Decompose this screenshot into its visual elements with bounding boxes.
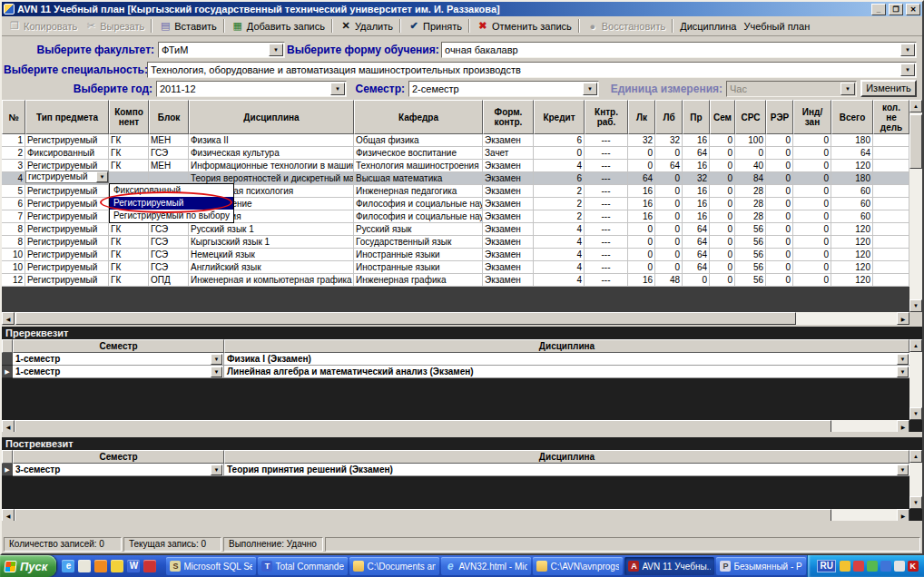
taskbar-task[interactable]: Total Commander ... bbox=[258, 557, 348, 575]
dropdown-option[interactable]: Регистрируемый bbox=[110, 197, 233, 210]
column-header[interactable]: Кнтр. раб. bbox=[585, 100, 628, 134]
chevron-down-icon[interactable]: ▼ bbox=[211, 354, 222, 365]
vertical-scrollbar[interactable] bbox=[909, 339, 922, 420]
chevron-down-icon[interactable]: ▼ bbox=[897, 367, 909, 377]
discipline-column-header[interactable]: Дисциплина bbox=[224, 450, 909, 464]
vertical-scrollbar[interactable] bbox=[909, 450, 922, 509]
discipline-cell[interactable]: Теория принятия решений (Экзамен)▼ bbox=[224, 464, 909, 476]
table-row[interactable]: ▶3-семестр▼Теория принятия решений (Экза… bbox=[2, 464, 922, 476]
column-header[interactable]: Компо нент bbox=[109, 100, 149, 134]
ie-icon[interactable]: e bbox=[62, 560, 74, 572]
semester-column-header[interactable]: Семестр bbox=[13, 450, 224, 464]
year-select[interactable]: 2011-12 bbox=[156, 81, 347, 97]
tray-icon-6[interactable]: K bbox=[908, 561, 919, 572]
taskbar-task[interactable]: AVN 11 Учебны... bbox=[624, 557, 714, 575]
column-header[interactable]: № bbox=[2, 100, 25, 134]
tray-icon-4[interactable] bbox=[880, 561, 891, 572]
table-row[interactable]: 1РегистрируемыйГКМЕНФизика IIОбщая физик… bbox=[2, 134, 909, 147]
scroll-up-icon[interactable] bbox=[909, 450, 922, 463]
table-row[interactable]: 1-семестр▼Физика I (Экзамен)▼ bbox=[2, 353, 922, 366]
chevron-down-icon[interactable] bbox=[96, 171, 108, 182]
desktop-icon[interactable] bbox=[78, 560, 91, 572]
semester-select[interactable]: 2-семестр bbox=[408, 81, 599, 97]
media-player-icon[interactable] bbox=[94, 560, 107, 572]
discipline-cell[interactable]: Физика I (Экзамен)▼ bbox=[224, 353, 909, 366]
horizontal-scrollbar[interactable] bbox=[2, 420, 909, 432]
semester-cell[interactable]: 1-семестр▼ bbox=[13, 366, 224, 378]
table-row[interactable]: 2ФиксированныйГКГСЭФизическая культураФи… bbox=[2, 147, 909, 160]
semester-cell[interactable]: 1-семестр▼ bbox=[13, 353, 224, 366]
taskbar-task[interactable]: AVN32.html - Micr... bbox=[441, 557, 531, 575]
semester-cell[interactable]: 3-семестр▼ bbox=[13, 464, 224, 476]
chevron-down-icon[interactable]: ▼ bbox=[211, 367, 222, 377]
specialty-select[interactable]: Технология, оборудование и автоматизация… bbox=[147, 62, 917, 78]
column-header[interactable]: Тип предмета bbox=[25, 100, 109, 134]
chevron-down-icon[interactable]: ▼ bbox=[211, 465, 222, 475]
toolbar-button[interactable]: Принять bbox=[404, 18, 466, 34]
minimize-button[interactable]: _ bbox=[871, 4, 886, 15]
chevron-down-icon[interactable] bbox=[900, 64, 915, 76]
taskbar-task[interactable]: C:\Documents an... bbox=[349, 557, 439, 575]
column-header[interactable]: РЭР bbox=[766, 100, 793, 134]
scroll-right-icon[interactable] bbox=[897, 312, 909, 325]
toolbar-button[interactable]: Учебный план bbox=[740, 18, 813, 34]
close-button[interactable]: ✕ bbox=[906, 4, 920, 15]
column-header[interactable]: Инд/ зан bbox=[793, 100, 831, 134]
column-header[interactable]: СРС bbox=[735, 100, 766, 134]
taskbar-task[interactable]: Безымянный - Paint bbox=[716, 557, 806, 575]
column-header[interactable]: кол. не дель bbox=[873, 100, 909, 134]
horizontal-scrollbar[interactable] bbox=[2, 312, 909, 325]
word-icon[interactable]: W bbox=[127, 560, 140, 572]
column-header[interactable]: Форм. контр. bbox=[483, 100, 534, 134]
app-red-icon[interactable] bbox=[143, 560, 156, 572]
table-row[interactable]: 3РегистрируемыйГКМЕНИнформационные техно… bbox=[2, 160, 909, 172]
tray-icon-1[interactable] bbox=[840, 561, 850, 572]
table-row[interactable]: 10РегистрируемыйГКГСЭНемецкий языкИностр… bbox=[2, 249, 909, 261]
type-editor-combobox[interactable]: гистрируемый bbox=[25, 171, 109, 183]
table-row[interactable]: 12РегистрируемыйГКОПДИнженерная и компью… bbox=[2, 274, 909, 287]
scrollbar-thumb[interactable] bbox=[15, 509, 831, 521]
column-header[interactable]: Всего bbox=[831, 100, 873, 134]
discipline-column-header[interactable]: Дисциплина bbox=[224, 339, 909, 353]
chevron-down-icon[interactable] bbox=[330, 83, 345, 95]
horizontal-scrollbar[interactable] bbox=[2, 509, 909, 521]
scroll-left-icon[interactable] bbox=[2, 420, 15, 432]
column-header[interactable]: Пр bbox=[683, 100, 710, 134]
language-indicator[interactable]: RU bbox=[817, 560, 835, 572]
chevron-down-icon[interactable] bbox=[900, 44, 915, 56]
semester-column-header[interactable]: Семестр bbox=[13, 339, 224, 353]
title-bar[interactable]: AVN 11 Учебный план [Кыргызский государс… bbox=[2, 2, 922, 16]
taskbar-task[interactable]: C:\AVN\avnprogs bbox=[533, 557, 623, 575]
vertical-scrollbar[interactable] bbox=[909, 100, 922, 312]
toolbar-button[interactable]: Дисциплина bbox=[676, 18, 740, 34]
column-header[interactable]: Лб bbox=[655, 100, 683, 134]
start-button[interactable]: Пуск bbox=[0, 555, 56, 577]
toolbar-button[interactable]: Отменить запись bbox=[473, 18, 575, 34]
table-row[interactable]: 8РегистрируемыйГКГСЭРусский язык 1Русски… bbox=[2, 223, 909, 236]
toolbar-button[interactable]: Удалить bbox=[336, 18, 397, 34]
column-header[interactable]: Кафедра bbox=[354, 100, 483, 134]
table-row[interactable]: 8РегистрируемыйГКГСЭКыргызский язык 1Гос… bbox=[2, 236, 909, 249]
tray-icon-5[interactable] bbox=[894, 561, 905, 572]
scrollbar-thumb[interactable] bbox=[909, 114, 922, 169]
chevron-down-icon[interactable]: ▼ bbox=[897, 354, 909, 365]
mail-icon[interactable] bbox=[111, 560, 123, 572]
discipline-cell[interactable]: Линейная алгебра и математический анализ… bbox=[224, 366, 909, 378]
edu-form-select[interactable]: очная бакалавр bbox=[441, 42, 917, 58]
chevron-down-icon[interactable]: ▼ bbox=[897, 465, 909, 475]
dropdown-option[interactable]: Регистрируемый по выбору bbox=[110, 210, 233, 222]
toolbar-button[interactable]: Добавить запись bbox=[228, 18, 329, 34]
scroll-up-icon[interactable] bbox=[909, 339, 922, 352]
column-header[interactable]: Блок bbox=[149, 100, 189, 134]
scroll-up-icon[interactable] bbox=[909, 100, 922, 112]
taskbar-task[interactable]: Microsoft SQL Ser... bbox=[166, 557, 256, 575]
column-header[interactable]: Лк bbox=[628, 100, 655, 134]
scroll-down-icon[interactable] bbox=[909, 299, 922, 312]
type-dropdown-list[interactable]: ФиксированныйРегистрируемыйРегистрируемы… bbox=[109, 183, 234, 223]
tray-icon-3[interactable] bbox=[867, 561, 878, 572]
scroll-left-icon[interactable] bbox=[2, 509, 15, 521]
column-header[interactable]: Сем bbox=[710, 100, 735, 134]
chevron-down-icon[interactable] bbox=[583, 83, 597, 95]
toolbar-button[interactable]: Вставить bbox=[155, 18, 221, 34]
scroll-right-icon[interactable] bbox=[897, 509, 909, 521]
